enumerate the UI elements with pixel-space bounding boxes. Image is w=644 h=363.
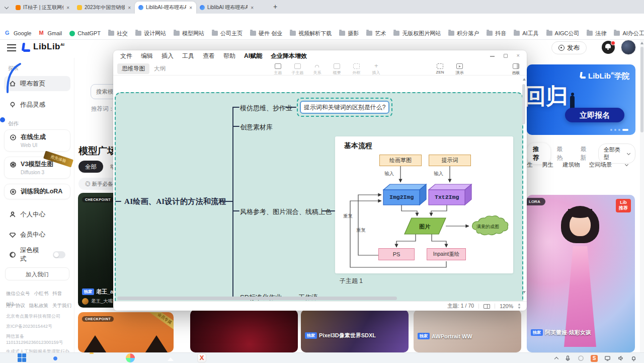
overview-icon[interactable] [484,304,490,309]
bookmark-item[interactable]: 摄影 [339,30,359,37]
menu-item[interactable]: 企业降本增效 [271,52,307,60]
browser-tab[interactable]: IT桔子 | 泛互联网创业投资项目 × [12,2,73,14]
menu-item[interactable]: AI赋能 [244,52,262,60]
menu-item[interactable]: 编辑 [141,52,153,60]
bookmark-item[interactable]: 公司主页 [212,30,243,37]
flowchart-image-node[interactable]: 基本流程 绘画草图 提示词 输入 输入 Img2Img Txt2Img 图片 满… [335,136,513,273]
banner-signup-button[interactable]: 立即报名 [565,108,624,122]
bookmark-item[interactable]: 模型网站 [174,30,204,37]
bookmark-item[interactable]: 抖音 [487,30,506,37]
type-filter-dropdown[interactable]: 全部类型 [598,143,635,164]
menu-item[interactable]: 帮助 [223,52,235,60]
tool-button[interactable]: 概要 [327,62,347,76]
menu-item[interactable]: 工具 [182,52,194,60]
browser-tab[interactable]: 2023年中国营销领域AIGC技术 × [73,2,135,14]
user-avatar[interactable] [621,40,636,55]
tab-outline[interactable]: 大纲 [149,63,170,74]
bookmark-item[interactable]: 社交 [108,30,128,37]
window-maximize-button[interactable] [504,54,508,58]
window-minimize-button[interactable] [490,56,495,57]
legal-link[interactable]: 用户协议 [6,303,25,309]
sidebar-item-profile[interactable]: 个人中心 [4,207,70,222]
model-card-awportrait[interactable]: 独家 AWPortrait WW [414,310,521,352]
browser-tab[interactable]: LiblibAI 哩布哩布AI - 中国领先 × [196,2,258,14]
bookmark-item[interactable]: Google [5,30,31,36]
menu-item[interactable]: 查看 [203,52,215,60]
bookmark-item[interactable]: AI工具 [514,30,538,37]
microphone-icon[interactable] [565,355,571,361]
scroll-down-arrow[interactable] [523,291,526,294]
model-card-red[interactable] [190,310,298,352]
tab-mindmap[interactable]: 思维导图 [117,63,149,74]
legal-link[interactable]: 隐私政策 [29,303,48,309]
canvas-hscrollbar-thumb[interactable] [117,297,397,300]
model-card-cat[interactable]: CHECKPOINT 会员专属 [78,312,174,352]
page-scrollbar[interactable] [640,40,644,352]
sidebar-item-darkmode[interactable]: 深色模式 [4,247,70,262]
filter-pill-all[interactable]: 全部 [78,161,103,173]
social-link[interactable]: 微信公众号 [6,291,30,297]
canvas-vscrollbar-thumb[interactable] [522,84,525,124]
scroll-up-arrow[interactable] [640,42,643,44]
bookmark-item[interactable]: 视频解析下载 [290,30,332,37]
present-button[interactable]: 演示 [450,62,469,76]
tab-search-button[interactable] [3,4,10,11]
image-node-caption[interactable]: 子主题 1 [340,277,363,285]
browser-tab[interactable]: LiblibAI-哩布哩布AI - 中国领先 × [135,2,196,14]
scroll-up-arrow[interactable] [523,78,526,81]
start-button[interactable] [18,353,26,362]
notification-bell-icon[interactable] [602,41,615,54]
panel-button[interactable]: 画板 [506,62,526,76]
node-root[interactable]: AI绘画、AI设计的方法和流程 [124,197,226,206]
menu-item[interactable]: 插入 [162,52,174,60]
tab-close-icon[interactable]: × [250,5,254,11]
canvas-vscrollbar[interactable] [522,78,526,299]
tab-close-icon[interactable]: × [66,5,70,11]
node-selected[interactable]: 提示词和关键词的区别是什么? [297,98,392,117]
bookmark-item[interactable]: 积分落户 [448,30,479,37]
sidebar-item-inspiration[interactable]: 作品灵感 [4,97,70,112]
social-link[interactable]: 抖音 [52,291,62,297]
model-card-girl[interactable]: LORA Lib 推荐 独家 阿芙蕾娅-炫彩女孩 [527,195,635,352]
tray-expand-icon[interactable] [554,357,558,361]
bookmark-item[interactable]: 艺术 [366,30,386,37]
speaker-icon[interactable] [617,355,624,361]
new-tab-button[interactable]: + [270,1,281,12]
tool-button[interactable]: 子主题 [288,62,307,76]
tag-filter[interactable]: 男生 [542,161,553,169]
display-icon[interactable] [604,355,611,361]
legal-link[interactable]: 关于我们 [52,303,71,309]
taskbar-app-icon-1[interactable] [126,353,135,362]
tab-close-icon[interactable]: × [127,5,131,11]
banner-carousel-dots[interactable] [610,129,628,131]
notification-bell-icon[interactable] [630,355,637,361]
sidebar-item-v3-generate[interactable]: 抢先体验 V3模型生图 Diffusion 3 [4,157,70,179]
tool-button[interactable]: 插入 [366,62,386,76]
card-author-row[interactable]: 老王_大嘴 [82,298,113,305]
bookmark-item[interactable]: ChatGPT [69,30,101,36]
bookmark-item[interactable]: 硬件 创业 [250,30,282,37]
taskbar-mindmap-app-icon[interactable]: X [197,353,206,362]
node-branch3[interactable]: 风格参考、图片混合、线稿上色 [240,207,332,216]
academy-banner[interactable]: LibLib AI 学院 回归 立即报名 [527,64,635,135]
tray-icon-misc[interactable] [578,355,584,361]
window-close-button[interactable]: × [517,53,520,58]
node-branch1[interactable]: 模仿思维、抄作业 [240,104,292,113]
zoom-stepper[interactable] [518,303,521,309]
mindmap-canvas[interactable]: AI绘画、AI设计的方法和流程 模仿思维、抄作业 创意素材库 风格参考、图片混合… [113,76,527,301]
tool-button[interactable]: 主题 [268,62,288,76]
bookmark-item[interactable]: AIGC公司 [546,30,580,37]
zen-mode-button[interactable]: ZEN [430,62,450,76]
sidebar-item-train-lora[interactable]: 训练我的LoRA [4,184,70,199]
tag-filter[interactable]: 建筑物 [562,161,580,169]
darkmode-toggle[interactable] [53,251,65,258]
bookmark-item[interactable]: 法律 [587,30,606,37]
publish-button[interactable]: 发布 [551,41,587,54]
bookmark-item[interactable]: 设计网站 [135,30,166,37]
model-card-pixel3d[interactable]: 独家 Pixel3D像素世界SDXL [301,310,409,352]
bookmark-item[interactable]: Gmail [39,30,62,36]
sidebar-item-home[interactable]: 哩布首页 [4,76,70,91]
sidebar-item-online-gen[interactable]: 在线生成 Web UI [4,129,70,152]
liblib-logo[interactable]: LibLib AI [21,42,64,52]
sidebar-item-membership[interactable]: 会员中心 [4,227,70,242]
